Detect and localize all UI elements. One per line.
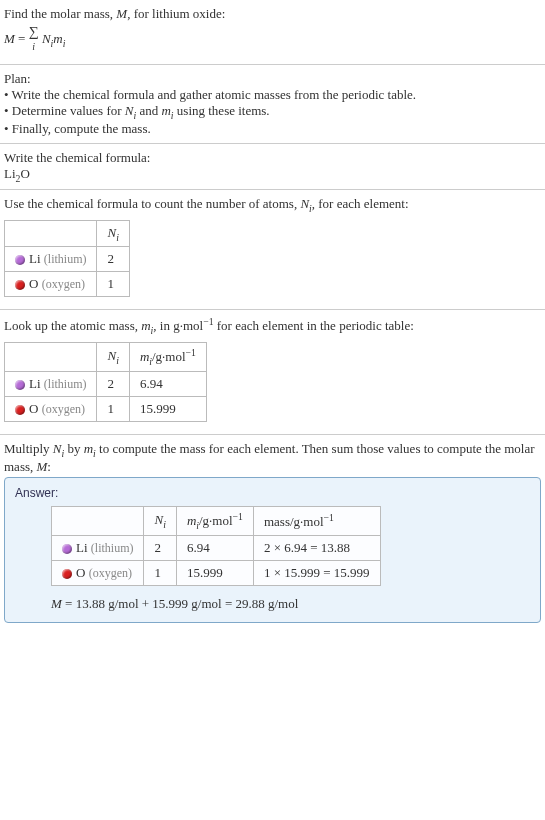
cell-mass: 15.999 [129, 397, 206, 422]
hdr-unit: /g·mol [152, 350, 186, 365]
hdr-unit: /g·mol [199, 513, 233, 528]
eq-Ni-N: N [42, 31, 51, 46]
elem-sym: O [29, 401, 38, 416]
cell-n: 1 [97, 272, 129, 297]
cell-element: O (oxygen) [5, 272, 97, 297]
hdr-Ni: Ni [97, 343, 129, 372]
elem-sym: Li [29, 251, 41, 266]
table-header-row: Ni mi/g·mol−1 mass/g·mol−1 [52, 506, 381, 535]
cell-calc: 2 × 6.94 = 13.88 [253, 535, 380, 560]
table-header-row: Ni mi/g·mol−1 [5, 343, 207, 372]
answer-section: Multiply Ni by mi to compute the mass fo… [0, 435, 545, 629]
element-dot-icon [62, 544, 72, 554]
hdr-unit-exp: −1 [233, 511, 243, 522]
eq-equals: = [15, 31, 29, 46]
hdr-i: i [116, 355, 119, 366]
mul-M: M [37, 459, 48, 474]
count-post: , for each element: [312, 196, 409, 211]
plan-bullet-1: • Write the chemical formula and gather … [4, 87, 541, 103]
table-row: Li (lithium) 2 6.94 2 × 6.94 = 13.88 [52, 535, 381, 560]
hdr-mass-exp: −1 [324, 512, 334, 523]
table-row: Li (lithium) 2 [5, 247, 130, 272]
lookup-text: Look up the atomic mass, mi, in g·mol−1 … [4, 316, 541, 336]
cell-n: 1 [144, 560, 176, 585]
cell-element: Li (lithium) [5, 247, 97, 272]
cell-mass: 6.94 [176, 535, 253, 560]
eq-M: M [4, 31, 15, 46]
lookup-table: Ni mi/g·mol−1 Li (lithium) 2 6.94 O (oxy… [4, 342, 207, 422]
cell-n: 2 [144, 535, 176, 560]
table-header-row: Ni [5, 220, 130, 247]
hdr-mi: mi/g·mol−1 [176, 506, 253, 535]
cell-element: Li (lithium) [5, 372, 97, 397]
answer-table: Ni mi/g·mol−1 mass/g·mol−1 Li (lithium) … [51, 506, 381, 586]
lookup-mid: , in g·mol [153, 319, 203, 334]
cell-element: O (oxygen) [5, 397, 97, 422]
final-eq: = 13.88 g/mol + 15.999 g/mol = 29.88 g/m… [62, 596, 299, 611]
lookup-post: for each element in the periodic table: [214, 319, 414, 334]
molar-mass-equation: M = ∑ i Nimi [4, 24, 541, 56]
plan-section: Plan: • Write the chemical formula and g… [0, 65, 545, 144]
multiply-text: Multiply Ni by mi to compute the mass fo… [4, 441, 541, 475]
cell-mass: 6.94 [129, 372, 206, 397]
hdr-m: m [140, 350, 149, 365]
hdr-mi: mi/g·mol−1 [129, 343, 206, 372]
lookup-pre: Look up the atomic mass, [4, 319, 141, 334]
plan-b2-m: m [161, 103, 170, 118]
mul-pre: Multiply [4, 441, 53, 456]
lookup-exp: −1 [203, 316, 213, 327]
hdr-empty [52, 506, 144, 535]
plan-b2-and: and [136, 103, 161, 118]
table-row: O (oxygen) 1 15.999 1 × 15.999 = 15.999 [52, 560, 381, 585]
elem-sym: Li [76, 540, 88, 555]
plan-bullet-3: • Finally, compute the mass. [4, 121, 541, 137]
table-row: O (oxygen) 1 [5, 272, 130, 297]
hdr-empty [5, 343, 97, 372]
hdr-Ni: Ni [144, 506, 176, 535]
count-atoms-table: Ni Li (lithium) 2 O (oxygen) 1 [4, 220, 130, 298]
elem-name: (oxygen) [89, 566, 132, 580]
intro-text-pre: Find the molar mass, [4, 6, 116, 21]
eq-mi-i: i [63, 38, 66, 49]
element-dot-icon [15, 280, 25, 290]
element-dot-icon [15, 255, 25, 265]
element-dot-icon [62, 569, 72, 579]
mul-m: m [84, 441, 93, 456]
final-M: M [51, 596, 62, 611]
hdr-i: i [116, 231, 119, 242]
cell-element: O (oxygen) [52, 560, 144, 585]
hdr-m: m [187, 513, 196, 528]
plan-b2-post: using these items. [174, 103, 270, 118]
plan-b2-pre: • Determine values for [4, 103, 125, 118]
elem-name: (lithium) [44, 377, 87, 391]
answer-title: Answer: [15, 486, 530, 500]
cell-n: 2 [97, 372, 129, 397]
final-molar-mass: M = 13.88 g/mol + 15.999 g/mol = 29.88 g… [51, 596, 530, 612]
cell-element: Li (lithium) [52, 535, 144, 560]
eq-sum-sign: ∑ [29, 24, 39, 39]
chem-formula: Li2O [4, 166, 541, 184]
elem-sym: O [76, 565, 85, 580]
cell-n: 1 [97, 397, 129, 422]
elem-name: (lithium) [44, 252, 87, 266]
eq-mi-m: m [53, 31, 62, 46]
count-atoms-text: Use the chemical formula to count the nu… [4, 196, 541, 214]
cell-mass: 15.999 [176, 560, 253, 585]
chem-formula-section: Write the chemical formula: Li2O [0, 144, 545, 191]
hdr-mass-pre: mass/g·mol [264, 514, 324, 529]
hdr-i: i [163, 519, 166, 530]
intro-text-post: , for lithium oxide: [127, 6, 225, 21]
elem-name: (lithium) [91, 541, 134, 555]
hdr-empty [5, 220, 97, 247]
count-N: N [300, 196, 309, 211]
chem-formula-title: Write the chemical formula: [4, 150, 541, 166]
hdr-Ni: Ni [97, 220, 129, 247]
hdr-N: N [154, 512, 163, 527]
elem-name: (oxygen) [42, 402, 85, 416]
count-atoms-section: Use the chemical formula to count the nu… [0, 190, 545, 310]
mul-by: by [64, 441, 84, 456]
intro-line: Find the molar mass, M, for lithium oxid… [4, 6, 541, 22]
mul-post: : [47, 459, 51, 474]
table-row: Li (lithium) 2 6.94 [5, 372, 207, 397]
table-row: O (oxygen) 1 15.999 [5, 397, 207, 422]
